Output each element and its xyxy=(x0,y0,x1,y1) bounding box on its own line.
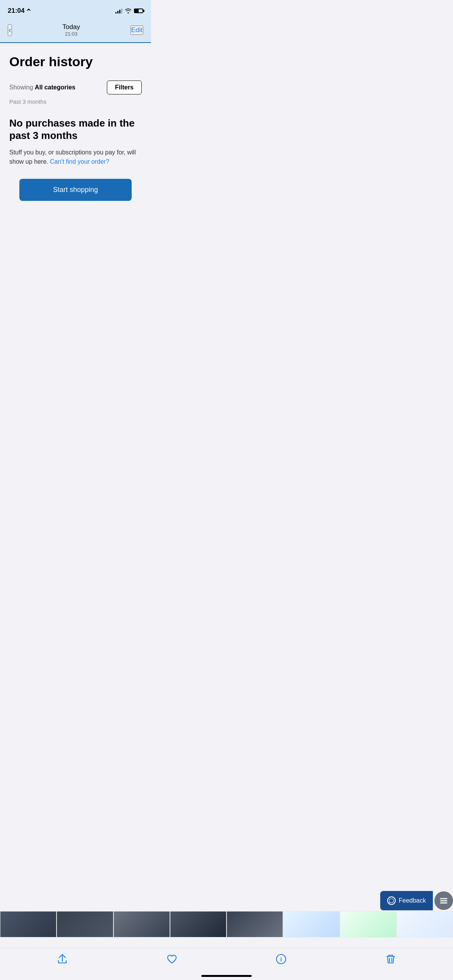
status-bar: 21:04 xyxy=(0,0,151,19)
signal-icon xyxy=(115,8,122,14)
main-content: Order history Showing All categories Fil… xyxy=(0,43,151,209)
status-time: 21:04 xyxy=(8,7,31,15)
showing-text: Showing All categories xyxy=(9,84,76,91)
nav-subtitle: 21:03 xyxy=(62,31,80,37)
svg-marker-0 xyxy=(26,9,31,11)
edit-button[interactable]: Edit xyxy=(130,26,143,35)
wifi-icon xyxy=(125,8,132,14)
start-shopping-button[interactable]: Start shopping xyxy=(19,179,132,201)
location-icon xyxy=(26,8,31,14)
empty-state-desc: Stuff you buy, or subscriptions you pay … xyxy=(9,148,142,166)
filters-button[interactable]: Filters xyxy=(107,81,142,94)
nav-title-block: Today 21:03 xyxy=(62,23,80,37)
nav-bar: ‹ Today 21:03 Edit xyxy=(0,19,151,43)
category-label: All categories xyxy=(35,84,76,91)
cant-find-order-link[interactable]: Can't find your order? xyxy=(50,158,109,165)
empty-state-title: No purchases made in the past 3 months xyxy=(9,117,142,141)
battery-icon xyxy=(134,9,143,13)
time-range: Past 3 months xyxy=(9,98,142,105)
page-title: Order history xyxy=(9,55,142,69)
filter-row: Showing All categories Filters xyxy=(9,81,142,94)
status-icons xyxy=(115,8,143,14)
nav-title: Today xyxy=(62,23,80,31)
back-button[interactable]: ‹ xyxy=(8,24,12,36)
